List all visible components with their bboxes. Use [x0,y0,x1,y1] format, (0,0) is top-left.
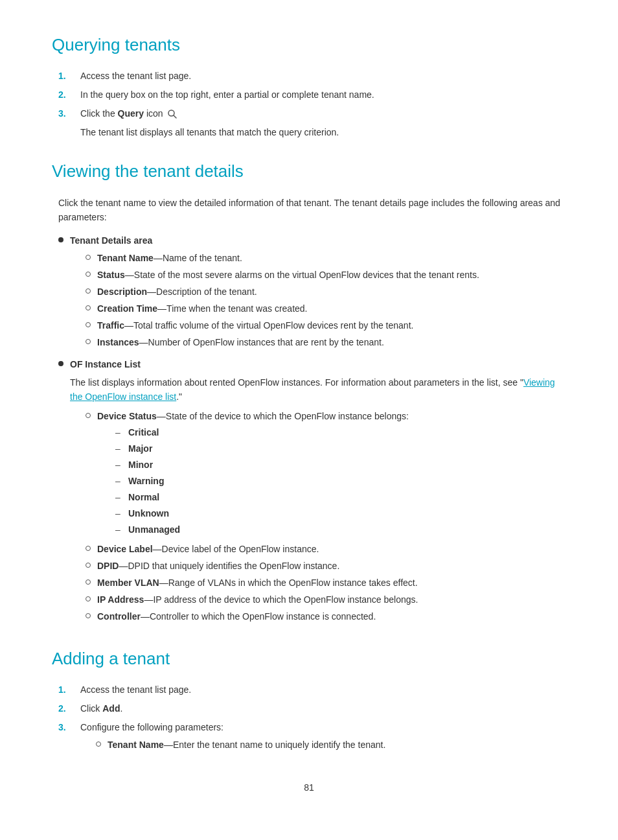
adding-step2-post: . [120,703,122,714]
adding-tn-rest: —Enter the tenant name to uniquely ident… [164,740,385,750]
bullet-dot-2 [58,361,63,366]
adding-step-2: Click Add. [52,702,566,716]
querying-step-2: In the query box on the top right, enter… [52,88,566,102]
viewing-bullets: Tenant Details area Tenant Name—Name of … [52,234,566,627]
step3-content: Click the Query icon [80,107,566,121]
sub-item-member-vlan: Member VLAN—Range of VLANs in which the … [86,576,566,590]
sub-item-traffic: Traffic—Total traffic volume of the virt… [86,319,479,332]
sub-item-creation-time: Creation Time—Time when the tenant was c… [86,302,479,316]
dash-3: – [115,458,123,472]
sub-item-description: Description—Description of the tenant. [86,285,479,299]
sub-item-status: Status—State of the most severe alarms o… [86,268,479,282]
svg-line-1 [174,115,176,118]
sub-item-text-5: Traffic—Total traffic volume of the virt… [97,319,413,332]
dash-2: – [115,442,123,456]
device-status-content: Device Status—State of the device to whi… [97,410,409,539]
of-instance-description: The list displays information about rent… [70,375,566,404]
sub-circle-6 [86,339,91,344]
sub-item-ctrl-text: Controller—Controller to which the OpenF… [97,610,376,624]
status-unknown: – Unknown [115,507,409,520]
sub-item-device-label: Device Label—Device label of the OpenFlo… [86,542,566,556]
device-status-rest: —State of the device to which the OpenFl… [157,411,409,421]
status-minor-label: Minor [128,458,153,472]
of-desc-pre: The list displays information about rent… [70,377,523,388]
status-unknown-label: Unknown [128,507,169,520]
of-instance-sub-list: Device Status—State of the device to whi… [70,410,566,624]
sub-circle-2 [86,272,91,277]
ip-address-bold: IP Address [97,594,144,605]
sub-item-device-status: Device Status—State of the device to whi… [86,410,566,539]
sub-item-ip-address: IP Address—IP address of the device to w… [86,593,566,607]
page-number: 81 [52,781,566,795]
status-normal: – Normal [115,491,409,504]
sub-circle-5 [86,322,91,327]
sub-item-tenant-name: Tenant Name—Name of the tenant. [86,251,479,265]
adding-sub-tn-text: Tenant Name—Enter the tenant name to uni… [108,738,385,752]
viewing-description: Click the tenant name to view the detail… [52,196,566,225]
status-normal-label: Normal [128,491,159,504]
status-unmanaged: – Unmanaged [115,523,409,537]
status-major: – Major [115,442,409,456]
sub-item-dpid-text: DPID—DPID that uniquely identifies the O… [97,559,339,573]
sub-item-dl-text: Device Label—Device label of the OpenFlo… [97,542,319,556]
section-querying: Querying tenants Access the tenant list … [52,32,566,139]
bullet-content-2: OF Instance List The list displays infor… [70,358,566,627]
adding-tn-bold: Tenant Name [108,740,164,750]
step1-text: Access the tenant list page. [80,69,566,83]
sub-item-dpid: DPID—DPID that uniquely identifies the O… [86,559,566,573]
sub-rest-3: —Description of the tenant. [147,286,257,297]
svg-point-0 [168,110,174,116]
sub-item-mv-text: Member VLAN—Range of VLANs in which the … [97,576,418,590]
sub-item-controller: Controller—Controller to which the OpenF… [86,610,566,624]
tenant-details-label: Tenant Details area [70,235,152,246]
status-critical: – Critical [115,426,409,439]
querying-steps-list: Access the tenant list page. In the quer… [52,69,566,121]
sub-item-instances: Instances—Number of OpenFlow instances t… [86,336,479,349]
adding-step3-content: Configure the following parameters: Tena… [80,721,566,755]
step3-note-text: The tenant list displays all tenants tha… [80,127,339,137]
section-adding: Adding a tenant Access the tenant list p… [52,646,566,755]
sub-item-text-6: Instances—Number of OpenFlow instances t… [97,336,384,349]
adding-step2-pre: Click [80,703,102,714]
tenant-details-sub-list: Tenant Name—Name of the tenant. Status—S… [70,251,479,349]
section-title-viewing: Viewing the tenant details [52,159,566,184]
step3-note: The tenant list displays all tenants tha… [52,126,566,139]
of-instance-label: OF Instance List [70,359,141,369]
of-desc-post: ." [176,391,182,402]
status-unmanaged-label: Unmanaged [128,523,180,537]
adding-step3-text: Configure the following parameters: [80,722,223,732]
status-warning: – Warning [115,474,409,488]
dash-7: – [115,523,123,537]
adding-step-1: Access the tenant list page. [52,683,566,697]
section-viewing: Viewing the tenant details Click the ten… [52,159,566,627]
step3-bold: Query [118,108,144,119]
sub-circle-tn [96,741,101,747]
page-container: Querying tenants Access the tenant list … [0,0,618,840]
dpid-rest: —DPID that uniquely identifies the OpenF… [119,561,339,571]
querying-step-1: Access the tenant list page. [52,69,566,83]
sub-circle-mv [86,579,91,585]
step3-post: icon [144,108,165,119]
step3-pre: Click the [80,108,118,119]
dpid-bold: DPID [97,561,119,571]
device-status-values: – Critical – Major – Min [97,426,409,537]
bullet-dot-1 [58,237,63,242]
query-search-icon [167,109,177,119]
sub-circle-4 [86,305,91,310]
status-warning-label: Warning [128,474,164,488]
sub-circle-3 [86,288,91,294]
sub-rest-1: —Name of the tenant. [154,253,242,263]
dash-6: – [115,507,123,520]
ip-address-rest: —IP address of the device to which the O… [144,594,418,605]
sub-bold-6: Instances [97,337,139,347]
sub-circle-dl [86,546,91,551]
sub-bold-1: Tenant Name [97,253,154,263]
dash-4: – [115,474,123,488]
device-label-bold: Device Label [97,544,153,554]
member-vlan-rest: —Range of VLANs in which the OpenFlow in… [159,578,418,588]
adding-step-3: Configure the following parameters: Tena… [52,721,566,755]
sub-item-text-2: Status—State of the most severe alarms o… [97,268,479,282]
controller-rest: —Controller to which the OpenFlow instan… [141,611,376,622]
device-status-text: Device Status—State of the device to whi… [97,411,409,421]
adding-steps-list: Access the tenant list page. Click Add. … [52,683,566,755]
